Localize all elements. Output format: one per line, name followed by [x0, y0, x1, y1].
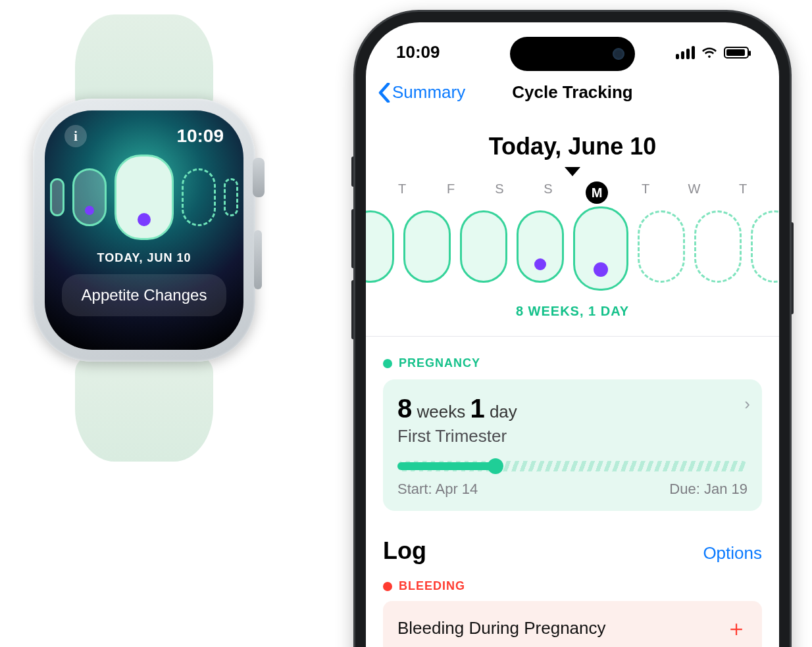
- log-heading: Log: [383, 537, 426, 565]
- plus-icon: ＋: [725, 617, 748, 639]
- log-options-button[interactable]: Options: [703, 543, 762, 563]
- logged-dot-icon: [138, 213, 151, 226]
- symptom-chip[interactable]: Appetite Changes: [62, 274, 226, 316]
- cycle-day-scroller[interactable]: [366, 204, 779, 295]
- today-dow-badge: M: [586, 181, 608, 204]
- cycle-day-pill[interactable]: [751, 210, 779, 283]
- cycle-day-pill[interactable]: [403, 210, 451, 283]
- dow-cell: F: [428, 181, 474, 204]
- phone-side-button[interactable]: [790, 222, 794, 314]
- dow-cell: T: [720, 181, 766, 204]
- dynamic-island: [510, 37, 635, 71]
- battery-icon: [724, 47, 749, 59]
- trimester-label: First Trimester: [397, 426, 748, 446]
- info-button[interactable]: i: [64, 125, 87, 147]
- nav-bar: Summary Cycle Tracking: [366, 82, 779, 103]
- phone-status-time: 10:09: [396, 42, 440, 62]
- nav-title: Cycle Tracking: [512, 82, 633, 103]
- watch-side-button[interactable]: [254, 230, 262, 289]
- watch-band-bottom: [75, 356, 213, 462]
- divider: [366, 336, 779, 337]
- watch-case: i 10:09 TODAY, JUN 10 Appetite Changes: [33, 99, 255, 362]
- logged-dot-icon: [534, 258, 546, 270]
- chevron-left-icon: [378, 83, 391, 103]
- logged-dot-icon: [594, 262, 608, 277]
- gestation-label: 8 WEEKS, 1 DAY: [366, 304, 779, 319]
- cycle-day-pill[interactable]: [517, 210, 564, 283]
- cycle-day-pill[interactable]: [460, 210, 507, 283]
- bleeding-section-label: BLEEDING: [383, 579, 762, 593]
- dow-cell: T: [622, 181, 669, 204]
- pregnancy-card[interactable]: › 8 weeks 1 day First Trimester Star: [383, 379, 762, 511]
- dow-cell: T: [379, 181, 425, 204]
- pregnancy-progress: [397, 461, 748, 471]
- wifi-icon: [701, 45, 717, 60]
- watch-status-bar: i 10:09: [58, 124, 230, 151]
- pregnancy-due: Due: Jan 19: [669, 481, 748, 498]
- back-label: Summary: [392, 82, 465, 103]
- pregnancy-section-text: PREGNANCY: [399, 356, 480, 370]
- pregnancy-section-label: PREGNANCY: [383, 356, 762, 370]
- watch-day-pill[interactable]: [72, 168, 107, 226]
- watch-day-pill[interactable]: [224, 178, 238, 216]
- dot-icon: [383, 359, 392, 368]
- pregnancy-start: Start: Apr 14: [397, 481, 478, 498]
- today-pointer-icon: [565, 167, 580, 176]
- watch-day-pill[interactable]: [182, 168, 216, 226]
- dow-cell: S: [525, 181, 571, 204]
- cycle-day-pill[interactable]: [573, 206, 628, 291]
- watch-day-pill[interactable]: [50, 178, 64, 216]
- phone-screen: 10:09 Summary Cycle Tracking: [366, 22, 779, 647]
- watch-day-pill[interactable]: [114, 155, 174, 240]
- watch-time: 10:09: [176, 126, 224, 147]
- watch-day-scroller[interactable]: [58, 155, 230, 239]
- cycle-day-pill[interactable]: [638, 210, 685, 283]
- dow-cell: M: [574, 181, 620, 204]
- cellular-icon: [676, 46, 695, 59]
- watch-screen: i 10:09 TODAY, JUN 10 Appetite Changes: [45, 110, 243, 350]
- iphone: 10:09 Summary Cycle Tracking: [355, 12, 790, 647]
- bleeding-log-item[interactable]: Bleeding During Pregnancy ＋: [383, 601, 762, 647]
- bleeding-item-label: Bleeding During Pregnancy: [397, 618, 606, 638]
- apple-watch: i 10:09 TODAY, JUN 10 Appetite Changes: [22, 14, 266, 462]
- cycle-day-pill[interactable]: [694, 210, 742, 283]
- dot-icon: [383, 582, 392, 591]
- digital-crown[interactable]: [253, 158, 265, 197]
- back-button[interactable]: Summary: [378, 82, 465, 103]
- watch-date-label: TODAY, JUN 10: [58, 251, 230, 265]
- pregnancy-duration: 8 weeks 1 day: [397, 394, 748, 423]
- day-of-week-row: TFSSMTWT: [366, 176, 779, 204]
- chevron-right-icon: ›: [744, 394, 750, 414]
- cycle-day-pill[interactable]: [366, 210, 394, 283]
- logged-dot-icon: [85, 206, 94, 215]
- dow-cell: W: [671, 181, 717, 204]
- dow-cell: S: [476, 181, 522, 204]
- bleeding-section-text: BLEEDING: [399, 579, 465, 593]
- today-heading: Today, June 10: [366, 133, 779, 160]
- phone-body: 10:09 Summary Cycle Tracking: [355, 12, 790, 647]
